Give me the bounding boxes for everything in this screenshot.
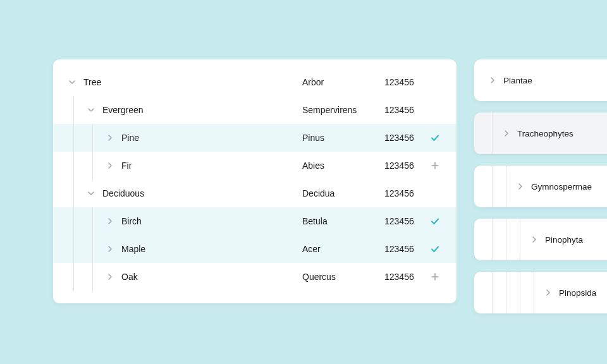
tree-item-name: Birch <box>118 216 142 226</box>
chevron-right-icon[interactable] <box>513 183 527 190</box>
tree-item-latin: Pinus <box>302 133 324 143</box>
indent-guides <box>64 152 102 179</box>
taxonomy-name: Tracheophytes <box>513 129 573 138</box>
tree-item-number: 123456 <box>384 161 414 171</box>
indent-guides <box>64 179 83 207</box>
tree-item-name: Oak <box>118 272 138 282</box>
tree-item-name: Maple <box>118 244 145 254</box>
tree-item-name: Tree <box>80 77 101 87</box>
tree-item-number: 123456 <box>384 188 414 198</box>
tree-item-latin: Betula <box>302 216 328 226</box>
taxonomy-card[interactable]: Pinophyta <box>474 219 607 260</box>
indent-guides <box>64 235 102 263</box>
tree-row[interactable]: PinePinus123456 <box>53 124 457 152</box>
tree-item-latin: Quercus <box>302 272 336 282</box>
indent-guides <box>486 112 500 154</box>
plus-icon[interactable] <box>429 272 441 281</box>
tree-row[interactable]: MapleAcer123456 <box>53 235 457 263</box>
tree-item-number: 123456 <box>384 244 414 254</box>
chevron-right-icon[interactable] <box>541 289 555 296</box>
tree-panel: TreeArbor123456EvergreenSempervirens1234… <box>53 59 457 303</box>
tree-row[interactable]: TreeArbor123456 <box>53 68 457 96</box>
chevron-right-icon[interactable] <box>102 217 118 225</box>
taxonomy-card[interactable]: Pinopsida <box>474 272 607 313</box>
chevron-right-icon[interactable] <box>102 162 118 169</box>
taxonomy-name: Plantae <box>500 76 532 85</box>
taxonomy-card[interactable]: Plantae <box>474 59 607 101</box>
taxonomy-name: Pinopsida <box>555 288 596 298</box>
indent-guides <box>64 96 83 124</box>
check-icon[interactable] <box>429 216 441 226</box>
taxonomy-card[interactable]: Tracheophytes <box>474 112 607 154</box>
chevron-down-icon[interactable] <box>64 78 80 86</box>
tree-item-number: 123456 <box>384 272 414 282</box>
chevron-right-icon[interactable] <box>486 76 500 84</box>
chevron-down-icon[interactable] <box>83 106 99 114</box>
taxonomy-side-cards: PlantaeTracheophytesGymnospermaePinophyt… <box>474 59 607 313</box>
tree-row[interactable]: OakQuercus123456 <box>53 263 457 291</box>
plus-icon[interactable] <box>429 161 441 170</box>
tree-item-number: 123456 <box>384 133 414 143</box>
taxonomy-card[interactable]: Gymnospermae <box>474 166 607 207</box>
tree-item-latin: Sempervirens <box>302 105 357 115</box>
chevron-down-icon[interactable] <box>83 190 99 197</box>
tree-item-latin: Acer <box>302 244 321 254</box>
tree-row[interactable]: BirchBetula123456 <box>53 207 457 235</box>
tree-row[interactable]: EvergreenSempervirens123456 <box>53 96 457 124</box>
chevron-right-icon[interactable] <box>102 134 118 142</box>
tree-item-latin: Arbor <box>302 77 324 87</box>
tree-item-name: Fir <box>118 161 132 171</box>
chevron-right-icon[interactable] <box>102 245 118 253</box>
tree-item-name: Pine <box>118 133 139 143</box>
indent-guides <box>486 219 527 260</box>
check-icon[interactable] <box>429 244 441 254</box>
tree-item-number: 123456 <box>384 216 414 226</box>
indent-guides <box>486 166 513 207</box>
tree-item-name: Deciduous <box>99 188 144 198</box>
tree-item-number: 123456 <box>384 77 414 87</box>
indent-guides <box>64 207 102 235</box>
chevron-right-icon[interactable] <box>102 273 118 281</box>
taxonomy-name: Gymnospermae <box>527 182 592 191</box>
tree-row[interactable]: DeciduousDecidua123456 <box>53 179 457 207</box>
indent-guides <box>64 124 102 152</box>
tree-item-name: Evergreen <box>99 105 144 115</box>
taxonomy-name: Pinophyta <box>541 235 583 245</box>
indent-guides <box>64 263 102 291</box>
tree-row[interactable]: FirAbies123456 <box>53 152 457 179</box>
tree-item-number: 123456 <box>384 105 414 115</box>
tree-item-latin: Decidua <box>302 188 334 198</box>
check-icon[interactable] <box>429 133 441 143</box>
chevron-right-icon[interactable] <box>500 130 513 137</box>
tree-item-latin: Abies <box>302 161 324 171</box>
indent-guides <box>486 272 541 313</box>
chevron-right-icon[interactable] <box>527 236 541 243</box>
